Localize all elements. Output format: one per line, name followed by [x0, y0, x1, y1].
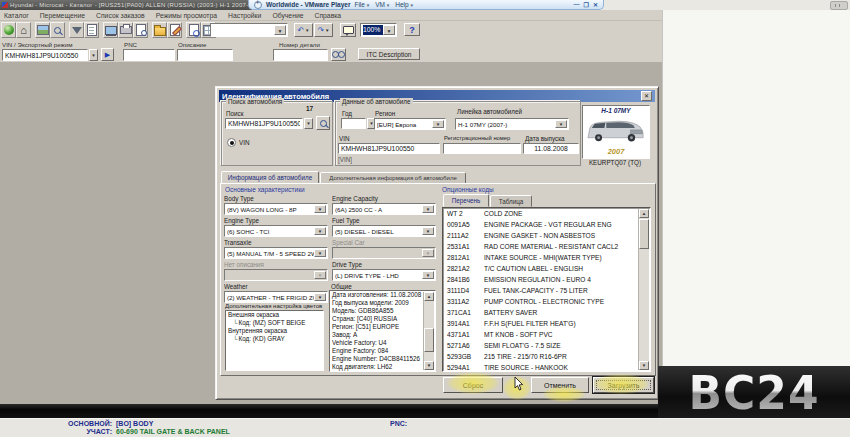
vin-radio[interactable]: VIN	[227, 138, 250, 147]
option-row[interactable]: 3914A1 F.F.H S(FUEL FILTER HEAT'G)	[443, 318, 638, 329]
color-settings-list[interactable]: Внешняя окраска Код: (MZ) SOFT BEIGE Вну…	[225, 310, 324, 371]
filter-icon[interactable]	[69, 22, 84, 38]
menu-item[interactable]: Список заказов	[96, 12, 145, 19]
tree-item[interactable]: Код: (MZ) SOFT BEIGE	[226, 319, 323, 327]
dialog-vin-input[interactable]	[338, 143, 440, 154]
scroll-up-icon[interactable]	[639, 209, 649, 218]
engine-capacity-select[interactable]: (6A) 2500 CC - A	[332, 203, 436, 215]
edit-document-icon[interactable]	[167, 22, 182, 38]
dropdown-arrow-icon[interactable]	[422, 271, 434, 279]
option-row[interactable]: 371CA1 BATTERY SAVER	[443, 307, 638, 318]
scrollbar[interactable]	[638, 209, 649, 370]
weather-select[interactable]: (2) WEATHER - THE FRIGID ZONE	[224, 291, 328, 303]
general-info-item[interactable]: Vehicle Factory: U4	[330, 339, 425, 347]
dropdown-arrow-icon[interactable]	[314, 293, 326, 301]
option-row[interactable]: 2821A2 T/C CAUTION LABEL - ENGLISH	[443, 263, 638, 274]
menu-item[interactable]: Перемещение	[40, 12, 85, 19]
itc-description-button[interactable]: ITC Description	[358, 48, 420, 60]
find-part-button[interactable]	[331, 48, 346, 61]
cancel-button[interactable]: Отменить	[531, 377, 589, 393]
option-row[interactable]: 3311A2 PUMP CONTROL - ELECTRONIC TYPE	[443, 296, 638, 307]
option-row[interactable]: 3111D4 FUEL TANK-CAPACITY - 75 LITER	[443, 285, 638, 296]
search-button[interactable]	[316, 116, 330, 130]
dialog-close-button[interactable]: ✕	[641, 91, 652, 101]
general-info-item[interactable]: Страна: [C40] RUSSIA	[330, 315, 425, 323]
dropdown-arrow-icon[interactable]	[555, 120, 567, 128]
option-row[interactable]: WT 2 COLD ZONE	[443, 208, 638, 219]
pin-icon[interactable]	[254, 1, 262, 9]
special-car-select[interactable]	[332, 247, 436, 259]
scrollbar[interactable]	[423, 292, 434, 370]
dropdown-arrow-icon[interactable]	[314, 227, 326, 235]
help-button[interactable]: ?	[404, 23, 420, 36]
body-type-select[interactable]: (8V) WAGON LONG - 8P	[224, 203, 328, 215]
dropdown-arrow-icon[interactable]	[314, 249, 326, 257]
vin-dropdown-button[interactable]: ▼	[89, 49, 98, 61]
comment-button[interactable]	[340, 23, 356, 37]
general-info-item[interactable]: Код двигателя: LH62	[330, 363, 425, 371]
menu-item[interactable]: Обучение	[272, 12, 303, 19]
year-input[interactable]	[341, 118, 366, 129]
go-button[interactable]: ▶	[101, 48, 114, 61]
menu-item[interactable]: Настройки	[228, 12, 261, 19]
vmware-menu-item[interactable]: VM ▾	[375, 1, 389, 8]
general-info-item[interactable]: Engine Factory: 084	[330, 347, 425, 355]
reset-button[interactable]: Сброс	[443, 377, 503, 393]
pnc-input[interactable]	[123, 49, 175, 61]
vin-input[interactable]	[2, 49, 88, 61]
option-row[interactable]: 0091A5 ENGINE PACKAGE - VGT REGULAR ENG	[443, 219, 638, 230]
scroll-down-icon[interactable]	[639, 361, 649, 370]
text-page-icon[interactable]	[84, 22, 99, 38]
menu-item[interactable]: Каталог	[4, 12, 29, 19]
scrollbar-thumb[interactable]	[424, 328, 434, 352]
dropdown-arrow-icon[interactable]	[314, 271, 326, 279]
description-input[interactable]	[177, 49, 233, 61]
tab-option-list[interactable]: Перечень	[443, 194, 489, 207]
folder-icon[interactable]	[152, 22, 167, 38]
undo-button[interactable]: ↶▼	[294, 23, 313, 37]
part-number-input[interactable]	[273, 49, 328, 61]
chevron-down-icon[interactable]	[274, 25, 286, 35]
general-info-item[interactable]: Регион: [C51] EUROPE	[330, 323, 425, 331]
tree-item[interactable]: Внешняя окраска	[226, 311, 323, 319]
tree-item[interactable]: Внутренняя окраска	[226, 327, 323, 335]
close-button[interactable]: ✕	[593, 1, 598, 8]
vehicle-line-select[interactable]: H-1 07MY (2007-)	[455, 118, 569, 130]
image-icon[interactable]	[35, 22, 50, 38]
print-preview-icon[interactable]	[133, 22, 148, 38]
scroll-down-icon[interactable]	[424, 361, 434, 370]
chevron-down-icon[interactable]	[383, 25, 395, 35]
dropdown-arrow-icon[interactable]	[422, 205, 434, 213]
catalog-combobox[interactable]	[210, 23, 288, 37]
printer-icon[interactable]	[118, 22, 133, 38]
search-dropdown-button[interactable]: ▼	[304, 118, 313, 129]
zoom-combobox[interactable]: 100%	[360, 23, 397, 37]
dialog-search-input[interactable]	[225, 118, 303, 129]
no-description-select[interactable]	[224, 269, 328, 281]
fuel-type-select[interactable]: (5) DIESEL - DIESEL	[332, 225, 436, 237]
option-row[interactable]: 4371A1 MT KNOB - SOFT PVC	[443, 329, 638, 340]
home-icon[interactable]: ⌂	[16, 22, 31, 38]
menu-item[interactable]: Режимы просмотра	[156, 12, 217, 19]
engine-type-select[interactable]: (6) SOHC - TCI	[224, 225, 328, 237]
magnifier-icon[interactable]	[50, 22, 65, 38]
region-select[interactable]: [EUR] Европа	[374, 118, 446, 130]
dropdown-arrow-icon[interactable]	[422, 249, 434, 257]
release-date-input[interactable]	[523, 143, 579, 154]
restore-button[interactable]: ❐	[584, 1, 589, 8]
option-row[interactable]: 5271A6 SEMI FLOAT'G - 7.5 SIZE	[443, 340, 638, 351]
vmware-menu-item[interactable]: Help ▾	[395, 1, 413, 8]
registration-number-input[interactable]	[443, 143, 521, 154]
vmware-menu-item[interactable]: File ▾	[354, 1, 369, 8]
scrollbar-thumb[interactable]	[639, 219, 649, 249]
general-info-item[interactable]: Завод: A	[330, 331, 425, 339]
option-row[interactable]: 5293GB 215 TIRE - 215/70 R16-6PR	[443, 351, 638, 362]
dropdown-arrow-icon[interactable]	[314, 205, 326, 213]
general-info-item[interactable]: Год выпуска модели: 2009	[330, 299, 425, 307]
redo-button[interactable]: ↷▼	[314, 23, 333, 37]
document-search-icon[interactable]	[186, 22, 201, 38]
option-row[interactable]: 2531A1 RAD CORE MATERIAL - RESISTANT CAC…	[443, 241, 638, 252]
dropdown-arrow-icon[interactable]	[422, 227, 434, 235]
option-row[interactable]: 5294A1 TIRE SOURCE - HANKOOK	[443, 362, 638, 372]
minimize-button[interactable]: —	[574, 1, 580, 8]
